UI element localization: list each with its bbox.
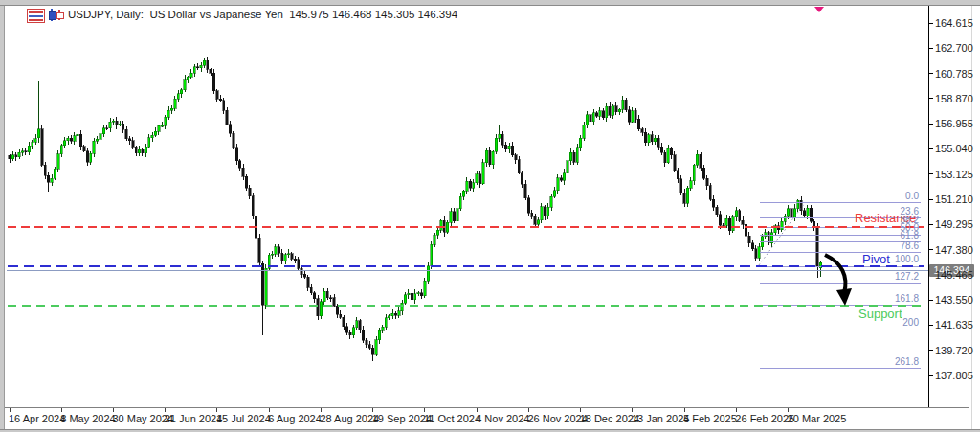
fib-level-label: 0.0: [842, 191, 919, 201]
price-axis-label: 149.295: [935, 218, 973, 230]
date-label: 18 Dec 2024: [580, 413, 639, 424]
date-label: 19 Sep 2024: [372, 413, 432, 424]
date-label: 13 Jan 2025: [632, 413, 690, 424]
fib-level-label: 78.6: [842, 240, 919, 251]
date-label: 20 Mar 2025: [788, 413, 847, 424]
price-axis-label: 155.040: [935, 143, 973, 154]
symbol-ohlc-header: USDJPY, Daily: US Dollar vs Japanese Yen…: [68, 9, 457, 20]
date-label: 8 May 2024: [60, 413, 115, 424]
date-label: 4 Feb 2025: [683, 413, 737, 424]
date-label: 16 Apr 2024: [9, 413, 65, 424]
price-axis-label: 137.805: [935, 370, 973, 381]
date-label: 6 Aug 2024: [268, 413, 322, 424]
date-label: 21 Jun 2024: [165, 413, 223, 424]
price-axis-label: 162.700: [935, 42, 973, 54]
fib-level-label: 161.8: [842, 293, 919, 304]
market-watch-icon[interactable]: [27, 9, 45, 23]
candlestick-plot[interactable]: [0, 0, 980, 432]
fib-level-label: 261.8: [842, 356, 919, 367]
price-axis-border: [928, 6, 929, 408]
date-label: 15 Jul 2024: [216, 413, 271, 424]
fib-level-label: 127.2: [842, 271, 919, 282]
price-axis-label: 164.615: [935, 17, 973, 29]
price-axis-label: 153.125: [935, 169, 973, 180]
price-axis-label: 160.785: [935, 68, 973, 80]
date-label: 11 Oct 2024: [424, 413, 480, 424]
fib-level-label: 100.0: [842, 254, 919, 264]
price-axis-label: 158.870: [935, 93, 973, 104]
date-label: 4 Nov 2024: [476, 413, 529, 424]
chart-window: { "header": {"symbol_line": "USDJPY, Dai…: [0, 0, 980, 432]
fib-level-label: 61.8: [842, 230, 919, 240]
price-axis-label: 139.720: [935, 345, 973, 356]
price-axis-label: 156.955: [935, 118, 973, 129]
candle-chart-icon[interactable]: [48, 9, 64, 21]
date-label: 28 Aug 2024: [320, 413, 379, 424]
price-axis-label: 141.635: [935, 319, 973, 330]
time-axis-border: [5, 407, 969, 408]
date-label: 26 Feb 2025: [735, 413, 794, 424]
fib-level-label: 200: [842, 317, 919, 328]
price-axis-label: 147.380: [935, 244, 973, 256]
price-axis-label: 151.210: [935, 193, 973, 205]
date-label: 26 Nov 2024: [527, 413, 587, 424]
price-axis-label: 143.550: [935, 294, 973, 306]
price-axis-label: 145.465: [935, 269, 973, 281]
